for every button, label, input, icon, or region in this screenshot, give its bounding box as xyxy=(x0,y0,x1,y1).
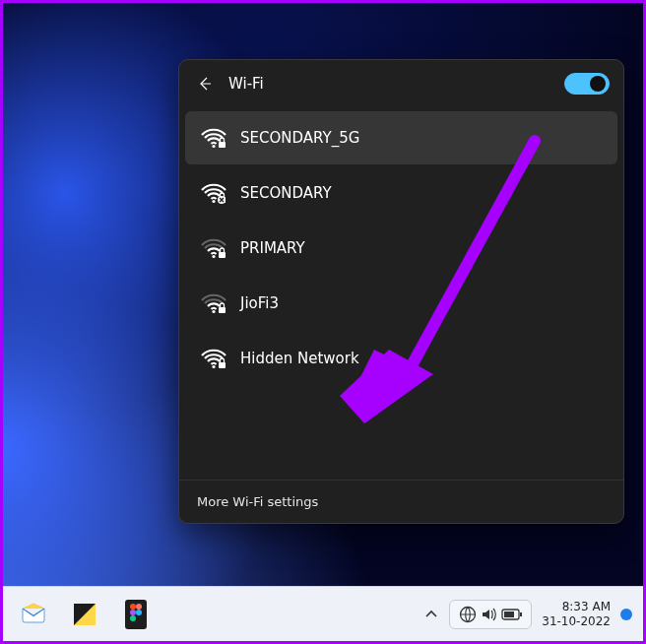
wifi-network-item[interactable]: Hidden Network xyxy=(185,332,617,385)
taskbar-right: 8:33 AM 31-10-2022 xyxy=(416,600,638,629)
wifi-flyout-panel: Wi-Fi SECONDARY_5G SECONDARY PRIMARY Jio… xyxy=(178,59,624,524)
wifi-signal-icon xyxy=(201,348,226,369)
mail-icon xyxy=(20,601,47,628)
flyout-title: Wi-Fi xyxy=(228,75,552,93)
wifi-toggle[interactable] xyxy=(564,73,610,95)
wifi-ssid-label: SECONDARY xyxy=(240,184,332,202)
svg-point-17 xyxy=(130,604,136,610)
svg-point-2 xyxy=(212,200,215,203)
svg-rect-8 xyxy=(219,307,226,313)
systray-quick-settings[interactable] xyxy=(449,600,532,629)
taskbar: 8:33 AM 31-10-2022 xyxy=(0,586,646,641)
figma-icon xyxy=(125,600,147,629)
taskbar-app-sticky-notes[interactable] xyxy=(63,595,106,634)
svg-point-20 xyxy=(136,610,142,615)
wifi-signal-icon xyxy=(201,292,226,314)
svg-rect-16 xyxy=(125,600,147,629)
wifi-flyout-header: Wi-Fi xyxy=(179,60,623,105)
svg-point-9 xyxy=(212,365,215,368)
taskbar-app-mail[interactable] xyxy=(12,595,55,634)
notification-indicator[interactable] xyxy=(620,609,632,620)
more-wifi-settings-label: More Wi-Fi settings xyxy=(197,494,318,509)
taskbar-pinned-apps xyxy=(12,595,158,634)
chevron-up-icon xyxy=(424,608,438,621)
svg-rect-25 xyxy=(504,612,514,617)
svg-point-18 xyxy=(136,604,142,610)
svg-point-7 xyxy=(212,310,215,313)
wifi-network-item[interactable]: SECONDARY xyxy=(185,166,617,220)
tray-overflow-chevron[interactable] xyxy=(416,608,447,621)
wifi-ssid-label: Hidden Network xyxy=(240,350,359,367)
wifi-signal-icon xyxy=(201,182,226,204)
wifi-ssid-label: SECONDARY_5G xyxy=(240,129,359,147)
svg-rect-24 xyxy=(520,612,522,616)
wifi-signal-icon xyxy=(201,127,226,149)
wifi-ssid-label: JioFi3 xyxy=(240,294,279,312)
wifi-network-list: SECONDARY_5G SECONDARY PRIMARY JioFi3 Hi… xyxy=(179,105,623,480)
taskbar-app-figma[interactable] xyxy=(114,595,158,634)
taskbar-clock[interactable]: 8:33 AM 31-10-2022 xyxy=(534,600,618,628)
svg-rect-6 xyxy=(219,252,226,258)
volume-icon xyxy=(480,605,499,624)
wifi-ssid-label: PRIMARY xyxy=(240,239,305,257)
wifi-network-item[interactable]: SECONDARY_5G xyxy=(185,111,617,164)
svg-point-0 xyxy=(212,145,215,148)
svg-point-19 xyxy=(130,610,136,615)
svg-rect-10 xyxy=(219,362,226,368)
sticky-note-icon xyxy=(72,602,97,627)
battery-icon xyxy=(501,607,523,622)
wifi-network-item[interactable]: JioFi3 xyxy=(185,277,617,330)
taskbar-time: 8:33 AM xyxy=(542,600,611,613)
network-icon xyxy=(458,605,478,624)
wifi-network-item[interactable]: PRIMARY xyxy=(185,222,617,275)
back-button[interactable] xyxy=(193,72,217,96)
wifi-toggle-knob xyxy=(590,76,606,92)
wifi-signal-icon xyxy=(201,237,226,259)
back-arrow-icon xyxy=(197,76,213,92)
svg-point-5 xyxy=(212,255,215,258)
taskbar-date: 31-10-2022 xyxy=(542,614,611,628)
svg-point-21 xyxy=(130,615,136,621)
more-wifi-settings-link[interactable]: More Wi-Fi settings xyxy=(179,480,623,523)
svg-rect-1 xyxy=(219,142,226,148)
